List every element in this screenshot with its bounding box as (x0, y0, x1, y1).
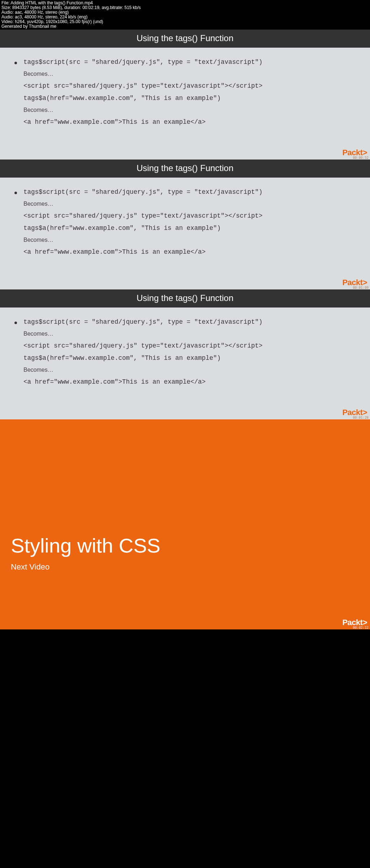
video-thumbnail: Using the tags() Function tags$script(sr… (0, 160, 370, 289)
thumbnail-grid: Using the tags() Function tags$script(sr… (0, 30, 370, 629)
timestamp: 00:01:09 (353, 286, 369, 289)
code-line: tags$script(src = "shared/jquery.js", ty… (23, 58, 263, 66)
next-video-label: Next Video (11, 562, 359, 572)
code-line: <a href="www.example.com">This is an exa… (23, 118, 263, 126)
slide-title: Using the tags() Function (0, 160, 370, 178)
code-line: <script src="shared/jquery.js" type="tex… (23, 342, 263, 349)
code-lines: tags$script(src = "shared/jquery.js", ty… (23, 188, 263, 256)
becomes-label: Becomes… (23, 201, 263, 207)
video-thumbnail: Using the tags() Function tags$script(sr… (0, 30, 370, 160)
becomes-label: Becomes… (23, 107, 263, 113)
code-line: <a href="www.example.com">This is an exa… (23, 378, 263, 385)
slide-title: Using the tags() Function (0, 30, 370, 48)
code-line: tags$a(href="www.example.com", "This is … (23, 354, 263, 362)
slide-body: tags$script(src = "shared/jquery.js", ty… (0, 307, 370, 419)
code-line: tags$script(src = "shared/jquery.js", ty… (23, 188, 263, 196)
bullet-row: tags$script(src = "shared/jquery.js", ty… (14, 58, 356, 126)
code-line: <script src="shared/jquery.js" type="tex… (23, 82, 263, 90)
code-line: tags$script(src = "shared/jquery.js", ty… (23, 318, 263, 326)
bullet-row: tags$script(src = "shared/jquery.js", ty… (14, 188, 356, 256)
bullet-dot-icon (14, 192, 17, 194)
file-info-line: Video: h264, yuv420p, 1920x1080, 25.00 f… (1, 19, 369, 24)
timestamp: 00:00:52 (353, 156, 369, 160)
next-video-title: Styling with CSS (11, 534, 359, 557)
slide-body: tags$script(src = "shared/jquery.js", ty… (0, 48, 370, 160)
timestamp: 00:02:12 (353, 626, 369, 629)
bullet-row: tags$script(src = "shared/jquery.js", ty… (14, 318, 356, 385)
code-lines: tags$script(src = "shared/jquery.js", ty… (23, 318, 263, 385)
code-line: <a href="www.example.com">This is an exa… (23, 248, 263, 256)
code-line: tags$a(href="www.example.com", "This is … (23, 224, 263, 232)
code-line: tags$a(href="www.example.com", "This is … (23, 95, 263, 102)
file-info-block: File: Adding HTML with the tags() Functi… (0, 0, 370, 30)
video-thumbnail: Using the tags() Function tags$script(sr… (0, 289, 370, 419)
slide-body: tags$script(src = "shared/jquery.js", ty… (0, 178, 370, 289)
video-thumbnail-next: Styling with CSS Next Video Packt> 00:02… (0, 419, 370, 629)
becomes-label: Becomes… (23, 237, 263, 243)
becomes-label: Becomes… (23, 367, 263, 373)
bullet-dot-icon (14, 62, 17, 64)
code-line: <script src="shared/jquery.js" type="tex… (23, 212, 263, 219)
becomes-label: Becomes… (23, 71, 263, 77)
file-info-line: Generated by Thumbnail me (1, 24, 369, 29)
timestamp: 00:01:28 (353, 416, 369, 419)
slide-title: Using the tags() Function (0, 289, 370, 307)
becomes-label: Becomes… (23, 331, 263, 337)
bullet-dot-icon (14, 322, 17, 324)
code-lines: tags$script(src = "shared/jquery.js", ty… (23, 58, 263, 126)
